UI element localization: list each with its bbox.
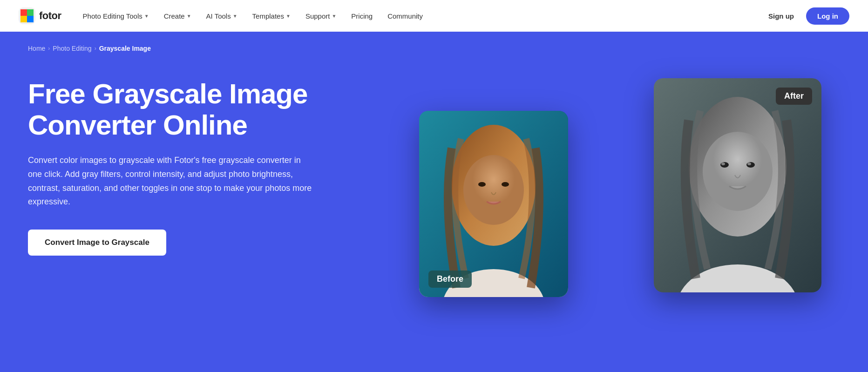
nav-menu: Photo Editing Tools ▼ Create ▼ AI Tools … (76, 8, 762, 24)
before-label: Before (428, 271, 472, 288)
hero-description: Convert color images to grayscale with F… (28, 154, 317, 209)
logo-text: fotor (39, 10, 61, 22)
chevron-down-icon: ▼ (233, 14, 237, 19)
chevron-down-icon: ▼ (286, 14, 291, 19)
chevron-down-icon: ▼ (332, 14, 336, 19)
hero-title: Free Grayscale Image Converter Online (28, 78, 345, 141)
hero-content: Free Grayscale Image Converter Online Co… (28, 69, 840, 344)
svg-point-14 (747, 162, 751, 165)
nav-auth-buttons: Sign up Log in (762, 7, 849, 25)
before-image-card: Before (419, 111, 568, 297)
signup-button[interactable]: Sign up (762, 8, 800, 24)
svg-point-10 (703, 132, 773, 211)
svg-point-5 (478, 182, 486, 187)
breadcrumb-home[interactable]: Home (28, 45, 45, 52)
nav-pricing[interactable]: Pricing (345, 8, 379, 24)
login-button[interactable]: Log in (806, 7, 849, 25)
breadcrumb: Home › Photo Editing › Grayscale Image (28, 45, 840, 52)
convert-button[interactable]: Convert Image to Grayscale (28, 230, 166, 256)
breadcrumb-separator-1: › (48, 45, 50, 52)
svg-point-12 (746, 162, 755, 168)
nav-create[interactable]: Create ▼ (157, 8, 198, 24)
nav-templates[interactable]: Templates ▼ (246, 8, 297, 24)
navigation: fotor Photo Editing Tools ▼ Create ▼ AI … (0, 0, 868, 32)
svg-point-13 (721, 162, 725, 165)
before-after-container: Before (382, 69, 840, 325)
svg-point-11 (720, 162, 729, 168)
nav-support[interactable]: Support ▼ (299, 8, 343, 24)
breadcrumb-photo-editing[interactable]: Photo Editing (53, 45, 91, 52)
after-photo (654, 78, 821, 292)
before-hair-svg (419, 111, 568, 297)
chevron-down-icon: ▼ (144, 14, 149, 19)
breadcrumb-separator-2: › (95, 45, 96, 52)
breadcrumb-current: Grayscale Image (99, 45, 151, 52)
svg-point-6 (502, 182, 509, 187)
after-image-card: After (654, 78, 821, 292)
hero-text-block: Free Grayscale Image Converter Online Co… (28, 69, 345, 256)
svg-point-4 (463, 155, 524, 225)
after-photo-svg (654, 78, 821, 292)
before-photo (419, 111, 568, 297)
after-label: After (776, 88, 812, 105)
chevron-down-icon: ▼ (187, 14, 191, 19)
nav-photo-editing-tools[interactable]: Photo Editing Tools ▼ (76, 8, 156, 24)
fotor-logo-icon (19, 7, 35, 24)
nav-community[interactable]: Community (381, 8, 429, 24)
logo[interactable]: fotor (19, 7, 61, 24)
nav-ai-tools[interactable]: AI Tools ▼ (200, 8, 244, 24)
hero-section: Home › Photo Editing › Grayscale Image F… (0, 32, 868, 372)
